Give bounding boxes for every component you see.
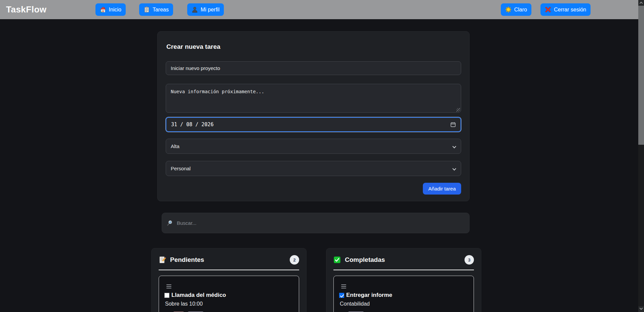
scrollbar-thumb[interactable] [638, 6, 644, 145]
nav-button-label: Inicio [109, 7, 121, 13]
nav-button-inicio[interactable]: Inicio [95, 3, 126, 16]
sun-icon [505, 6, 512, 13]
nav-button-label: Tareas [153, 7, 169, 13]
pending-header: Pendientes 2 [159, 255, 299, 265]
form-actions: Añadir tarea [166, 183, 461, 195]
divider [159, 270, 299, 270]
priority-select[interactable]: Alta [166, 139, 461, 154]
task-description-textarea[interactable]: Nueva información próximamente... [166, 84, 461, 113]
pending-column: Pendientes 2 Llamada del médico Sobre la… [151, 248, 307, 312]
calendar-icon[interactable] [450, 122, 456, 127]
due-date-input[interactable]: 31 / 08 / 2026 [166, 117, 461, 132]
drag-handle-icon[interactable] [341, 284, 346, 288]
person-icon [192, 6, 198, 13]
house-icon [100, 6, 106, 13]
scrollbar-up-button[interactable] [638, 0, 644, 6]
theme-toggle-button[interactable]: Claro [501, 3, 531, 16]
category-selected-value: Personal [171, 166, 191, 171]
divider [333, 270, 474, 270]
task-card-llamada[interactable]: Llamada del médico Sobre las 10:00 [159, 276, 299, 312]
completed-count-badge: 3 [465, 255, 474, 265]
task-subtitle: Sobre las 10:00 [165, 301, 293, 307]
task-checkbox[interactable] [164, 293, 169, 298]
task-title-row: Llamada del médico [164, 292, 293, 299]
nav-button-label: Mi perfil [201, 7, 219, 13]
chevron-down-icon [640, 307, 643, 310]
magnifier-icon [167, 220, 173, 226]
search-input[interactable]: Buscar... [177, 220, 196, 226]
priority-selected-value: Alta [171, 143, 179, 149]
task-title-row: Entregar informe [339, 292, 468, 299]
chevron-down-icon [452, 144, 456, 148]
nav-button-mi-perfil[interactable]: Mi perfil [187, 3, 224, 16]
logout-button[interactable]: Cerrar sesión [540, 3, 591, 16]
task-columns: Pendientes 2 Llamada del médico Sobre la… [151, 248, 481, 312]
search-bar[interactable]: Buscar... [162, 213, 470, 233]
category-select[interactable]: Personal [166, 161, 461, 176]
task-checkbox[interactable] [339, 293, 344, 298]
task-description-wrap: Nueva información próximamente... [166, 84, 461, 113]
drag-handle-icon[interactable] [166, 284, 171, 288]
chevron-up-icon [640, 2, 643, 5]
task-card-entregar[interactable]: Entregar informe Contabilidad [333, 276, 474, 312]
app-title: TaskFlow [6, 4, 47, 15]
create-task-card: Crear nueva tarea Nueva información próx… [157, 31, 470, 201]
form-title: Crear nueva tarea [166, 43, 461, 50]
red-cross-icon [545, 6, 551, 13]
nav-button-tareas[interactable]: Tareas [139, 3, 173, 16]
task-title-input[interactable] [166, 61, 461, 75]
pending-title: Pendientes [170, 256, 204, 264]
due-date-value: 31 / 08 / 2026 [171, 122, 213, 128]
clipboard-icon [144, 6, 150, 13]
task-title: Entregar informe [346, 292, 392, 299]
app-header: TaskFlow Inicio [0, 0, 644, 19]
memo-icon [159, 256, 166, 264]
task-subtitle: Contabilidad [340, 301, 468, 307]
completed-column: Completadas 3 Entregar informe Contabili… [326, 248, 481, 312]
completed-title: Completadas [345, 256, 385, 264]
chevron-down-icon [452, 167, 456, 170]
pending-count-badge: 2 [290, 255, 299, 265]
add-task-button[interactable]: Añadir tarea [423, 183, 461, 195]
theme-toggle-label: Claro [514, 7, 527, 13]
task-title: Llamada del médico [171, 292, 226, 299]
completed-header: Completadas 3 [333, 255, 474, 265]
scrollbar-down-button[interactable] [638, 306, 644, 312]
page-scrollbar[interactable] [638, 0, 644, 312]
logout-label: Cerrar sesión [554, 7, 586, 13]
check-icon [333, 256, 341, 264]
